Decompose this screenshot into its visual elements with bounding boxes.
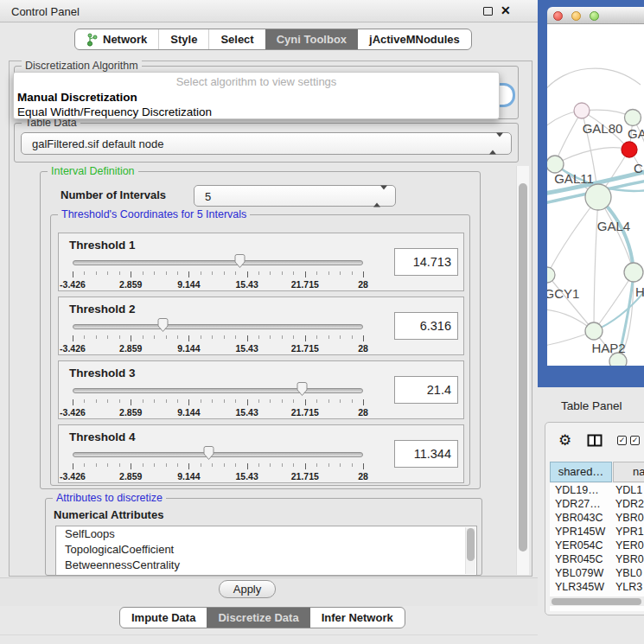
slider-tick — [73, 335, 73, 341]
algorithm-option-equal-width-frequency-discretization[interactable]: Equal Width/Frequency Discretization — [14, 105, 499, 119]
threshold-label: Threshold 4 — [69, 430, 136, 443]
cell-name[interactable]: YBR0 — [612, 552, 644, 566]
zoom-traffic-light-icon[interactable] — [590, 11, 599, 21]
cell-shared-name[interactable]: YBL079W — [550, 566, 612, 580]
slider-handle[interactable] — [296, 381, 309, 397]
threshold-value-field[interactable]: 11.344 — [394, 440, 458, 468]
slider-tick-label: 9.144 — [169, 279, 207, 290]
slider-tick-label: 2.859 — [112, 343, 150, 354]
tab-discretize-data[interactable]: Discretize Data — [207, 608, 309, 628]
cell-name[interactable]: YDR2 — [612, 497, 644, 511]
slider-handle[interactable] — [202, 445, 215, 461]
table-data-combobox[interactable]: galFiltered.sif default node — [21, 132, 512, 155]
column-header-shared[interactable]: shared… — [550, 462, 612, 482]
attribute-item-betweennesscentrality[interactable]: BetweennessCentrality — [56, 558, 476, 573]
table-row[interactable]: YBR045CYBR0 — [550, 552, 644, 566]
slider-tick — [154, 463, 155, 467]
tab-infer-network[interactable]: Infer Network — [310, 608, 405, 628]
slider-handle[interactable] — [233, 253, 246, 269]
cell-shared-name[interactable]: YPR145W — [550, 525, 612, 539]
tab-network[interactable]: Network — [75, 29, 158, 49]
threshold-row-3: Threshold 3-3.4262.8599.14415.4321.71528… — [58, 360, 464, 419]
slider-tick — [235, 399, 236, 403]
slider-tick — [73, 463, 73, 469]
scrollbar-thumb[interactable] — [467, 528, 475, 561]
tab-select[interactable]: Select — [208, 29, 265, 49]
slider-tick — [305, 399, 306, 405]
cell-shared-name[interactable]: YER054C — [550, 539, 612, 552]
cell-shared-name[interactable]: YBR045C — [550, 552, 612, 566]
slider-handle[interactable] — [156, 317, 169, 333]
checkbox-icon[interactable]: ✓ — [630, 436, 640, 445]
tab-label: Cyni Toolbox — [277, 29, 347, 49]
threshold-value-field[interactable]: 6.316 — [394, 312, 458, 340]
cell-shared-name[interactable]: YBR043C — [550, 511, 612, 525]
minimize-traffic-light-icon[interactable] — [571, 11, 581, 21]
bottom-tab-bar: Impute DataDiscretize DataInfer Network — [119, 607, 405, 628]
list-scrollbar[interactable] — [465, 527, 475, 574]
attribute-item-topologicalcoefficient[interactable]: TopologicalCoefficient — [56, 542, 476, 558]
column-view-icon[interactable] — [587, 434, 603, 447]
float-window-icon[interactable] — [483, 7, 493, 16]
table-row[interactable]: YBR043CYBR0 — [550, 511, 644, 525]
node-table[interactable]: YDL19…YDL1YDR27…YDR2YBR043CYBR0YPR145WYP… — [550, 483, 644, 611]
spinner-arrows-icon — [373, 189, 387, 202]
cell-name[interactable]: YER0 — [612, 539, 644, 552]
network-node — [625, 110, 641, 126]
cell-shared-name[interactable]: YDR27… — [550, 497, 612, 511]
slider-track[interactable] — [73, 452, 363, 457]
number-of-intervals-combobox[interactable]: 5 — [194, 185, 396, 207]
cell-name[interactable]: YBL0 — [612, 566, 642, 580]
slider-tick-label: 28 — [344, 471, 382, 481]
tab-style[interactable]: Style — [158, 29, 208, 49]
close-icon[interactable]: ✕ — [501, 3, 511, 17]
checkbox-icon[interactable]: ✓ — [617, 436, 627, 445]
table-horizontal-scrollbar[interactable] — [550, 596, 644, 606]
threshold-value-field[interactable]: 21.4 — [394, 376, 458, 404]
slider-tick — [224, 463, 225, 467]
attribute-item-selfloops[interactable]: SelfLoops — [56, 526, 476, 542]
scrollbar-thumb[interactable] — [552, 598, 641, 605]
table-row[interactable]: YBL079WYBL0 — [550, 566, 644, 580]
slider-track[interactable] — [73, 260, 363, 265]
tab-cyni-toolbox[interactable]: Cyni Toolbox — [265, 29, 358, 49]
threshold-label: Threshold 2 — [69, 303, 136, 316]
cell-shared-name[interactable]: YDL19… — [550, 483, 612, 497]
table-row[interactable]: YLR345WYLR3 — [550, 580, 644, 594]
algorithm-option-manual-discretization[interactable]: Manual Discretization — [14, 90, 499, 105]
slider-track[interactable] — [73, 388, 363, 393]
numerical-attributes-list[interactable]: SelfLoopsTopologicalCoefficientBetweenne… — [55, 526, 477, 576]
slider-tick — [201, 335, 201, 339]
table-row[interactable]: YDL19…YDL1 — [550, 483, 644, 497]
table-row[interactable]: YPR145WYPR1 — [550, 525, 644, 539]
gear-icon[interactable]: ⚙ — [558, 431, 571, 450]
slider-tick — [270, 399, 271, 403]
threshold-row-4: Threshold 4-3.4262.8599.14415.4321.71528… — [58, 424, 464, 483]
tab-jactivemnodules[interactable]: jActiveMNodules — [358, 29, 471, 49]
slider-tick — [328, 399, 329, 403]
table-row[interactable]: YER054CYER0 — [550, 539, 644, 552]
panel-vertical-scrollbar[interactable] — [516, 166, 529, 575]
tab-impute-data[interactable]: Impute Data — [120, 608, 207, 628]
slider-tick — [316, 271, 317, 275]
slider-tick — [143, 399, 143, 403]
cell-shared-name[interactable]: YLR345W — [550, 580, 612, 594]
network-canvas[interactable]: GAL80 GA C GAL11 GAL4 GCY1 H HAP2 — [547, 24, 644, 366]
threshold-value-field[interactable]: 14.713 — [394, 248, 458, 276]
cell-name[interactable]: YLR3 — [612, 580, 642, 594]
slider-tick — [154, 271, 155, 275]
table-row[interactable]: YDR27…YDR2 — [550, 497, 644, 511]
cell-name[interactable]: YPR1 — [612, 525, 644, 539]
slider-track[interactable] — [73, 324, 363, 329]
cell-name[interactable]: YDL1 — [612, 483, 642, 497]
slider-tick-label: 21.715 — [286, 407, 324, 418]
cell-name[interactable]: YBR0 — [612, 511, 644, 525]
node-label: GCY1 — [547, 286, 579, 301]
column-header-name[interactable]: na — [613, 462, 644, 482]
slider-tick — [247, 335, 248, 341]
panel-title: Control Panel — [11, 5, 80, 18]
slider-tick — [212, 399, 213, 403]
apply-button[interactable]: Apply — [219, 580, 276, 598]
close-traffic-light-icon[interactable] — [553, 11, 563, 21]
scrollbar-thumb[interactable] — [519, 183, 527, 552]
